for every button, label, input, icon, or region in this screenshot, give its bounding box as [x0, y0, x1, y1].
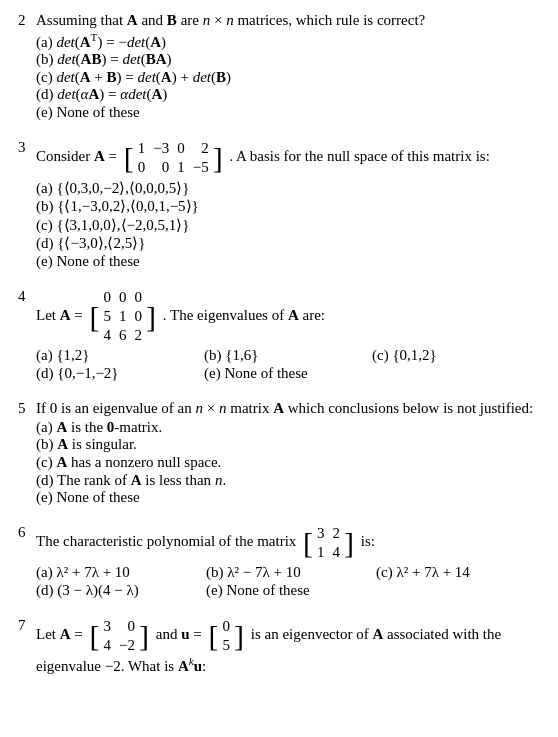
q4-opt-d: (d) {0,−1,−2}	[36, 365, 204, 382]
q5-statement: If 0 is an eigenvalue of an n × n matrix…	[36, 400, 540, 417]
q4-opt-b: (b) {1,6}	[204, 347, 372, 364]
bracket-right: ]	[344, 528, 354, 558]
q6-opt-c: (c) λ² + 7λ + 14	[376, 564, 540, 581]
q2-num: 2	[18, 12, 36, 29]
bracket-left: [	[124, 143, 134, 173]
q3-option-row1: (a) {⟨0,3,0,−2⟩,⟨0,0,0,5⟩} (b) {⟨1,−3,0,…	[36, 179, 540, 215]
question-6: 6 The characteristic polynomial of the m…	[18, 524, 540, 599]
q4-option-row1: (a) {1,2} (b) {1,6} (c) {0,1,2}	[36, 347, 540, 364]
q2-statement: Assuming that A and B are n × n matrices…	[36, 12, 540, 29]
q5-num: 5	[18, 400, 36, 417]
q7-text: 7 Let A = [ 3 0 4 −2 ] and u = [ 0 5	[18, 617, 540, 675]
q4-option-row2: (d) {0,−1,−2} (e) None of these	[36, 365, 540, 382]
q5-opt-d: (d) The rank of A is less than n.	[36, 472, 540, 489]
q3-statement: Consider A = [ 1 −3 0 2 0 0 1 −5 ] . A b…	[36, 139, 540, 177]
q2-option-row2: (c) det(A + B) = det(A) + det(B) (d) det…	[36, 69, 540, 103]
question-2: 2 Assuming that A and B are n × n matric…	[18, 12, 540, 121]
question-3: 3 Consider A = [ 1 −3 0 2 0 0 1 −5 ] . A…	[18, 139, 540, 270]
bracket-left: [	[90, 621, 100, 651]
matrix-cells: 0 5	[219, 617, 235, 655]
q3-opt-e: (e) None of these	[36, 253, 540, 270]
bracket-right: ]	[213, 143, 223, 173]
q6-options: (a) λ² + 7λ + 10 (b) λ² − 7λ + 10 (c) λ²…	[36, 564, 540, 599]
matrix-cells: 3 2 1 4	[313, 524, 344, 562]
question-5: 5 If 0 is an eigenvalue of an n × n matr…	[18, 400, 540, 506]
q3-opt-a: (a) {⟨0,3,0,−2⟩,⟨0,0,0,5⟩}	[36, 179, 540, 197]
question-4: 4 Let A = [ 0 0 0 5 1 0 4 6 2 ] . The ei…	[18, 288, 540, 382]
q4-num: 4	[18, 288, 36, 345]
q5-option-row3: (d) The rank of A is less than n. (e) No…	[36, 472, 540, 506]
q5-option-row1: (a) A is the 0-matrix. (b) A is singular…	[36, 419, 540, 453]
q7-statement: Let A = [ 3 0 4 −2 ] and u = [ 0 5 ]	[36, 617, 540, 675]
q6-num: 6	[18, 524, 36, 562]
bracket-left: [	[303, 528, 313, 558]
q3-option-row3: (e) None of these	[36, 253, 540, 270]
q3-opt-b: (b) {⟨1,−3,0,2⟩,⟨0,0,1,−5⟩}	[36, 197, 540, 215]
q4-statement: Let A = [ 0 0 0 5 1 0 4 6 2 ] . The eige…	[36, 288, 540, 345]
q7-num: 7	[18, 617, 36, 675]
q6-option-row2: (d) (3 − λ)(4 − λ) (e) None of these	[36, 582, 540, 599]
matrix-cells: 3 0 4 −2	[100, 617, 139, 655]
q3-text: 3 Consider A = [ 1 −3 0 2 0 0 1 −5 ] . A…	[18, 139, 540, 177]
q5-option-row2: (c) A has a nonzero null space.	[36, 454, 540, 471]
q5-opt-e: (e) None of these	[36, 489, 540, 506]
q3-options: (a) {⟨0,3,0,−2⟩,⟨0,0,0,5⟩} (b) {⟨1,−3,0,…	[36, 179, 540, 270]
q2-option-row3: (e) None of these	[36, 104, 540, 121]
bracket-right: ]	[146, 302, 156, 332]
q6-opt-a: (a) λ² + 7λ + 10	[36, 564, 206, 581]
q6-opt-d: (d) (3 − λ)(4 − λ)	[36, 582, 206, 599]
q3-opt-c: (c) {⟨3,1,0,0⟩,⟨−2,0,5,1⟩}	[36, 216, 540, 234]
q4-options: (a) {1,2} (b) {1,6} (c) {0,1,2} (d) {0,−…	[36, 347, 540, 382]
q4-opt-e: (e) None of these	[204, 365, 372, 382]
q7-matrix-a: [ 3 0 4 −2 ]	[90, 617, 149, 655]
q2-opt-b: (b) det(AB) = det(BA)	[36, 51, 540, 68]
q2-option-row1: (a) det(AT) = −det(A) (b) det(AB) = det(…	[36, 31, 540, 68]
q5-opt-c: (c) A has a nonzero null space.	[36, 454, 540, 471]
bracket-left: [	[209, 621, 219, 651]
q6-opt-b: (b) λ² − 7λ + 10	[206, 564, 376, 581]
matrix-cells: 1 −3 0 2 0 0 1 −5	[134, 139, 213, 177]
q4-matrix: [ 0 0 0 5 1 0 4 6 2 ]	[90, 288, 157, 345]
bracket-left: [	[90, 302, 100, 332]
q4-opt-c: (c) {0,1,2}	[372, 347, 540, 364]
q6-opt-e: (e) None of these	[206, 582, 376, 599]
q6-text: 6 The characteristic polynomial of the m…	[18, 524, 540, 562]
matrix-cells: 0 0 0 5 1 0 4 6 2	[100, 288, 147, 345]
q2-opt-a: (a) det(AT) = −det(A)	[36, 31, 540, 51]
q6-statement: The characteristic polynomial of the mat…	[36, 524, 540, 562]
q3-matrix: [ 1 −3 0 2 0 0 1 −5 ]	[124, 139, 223, 177]
q3-num: 3	[18, 139, 36, 177]
q2-options: (a) det(AT) = −det(A) (b) det(AB) = det(…	[36, 31, 540, 121]
q5-opt-b: (b) A is singular.	[36, 436, 540, 453]
bracket-right: ]	[139, 621, 149, 651]
q5-opt-a: (a) A is the 0-matrix.	[36, 419, 540, 436]
q7-matrix-u: [ 0 5 ]	[209, 617, 245, 655]
q5-options: (a) A is the 0-matrix. (b) A is singular…	[36, 419, 540, 506]
q2-text: 2 Assuming that A and B are n × n matric…	[18, 12, 540, 29]
q6-matrix: [ 3 2 1 4 ]	[303, 524, 354, 562]
q2-opt-e: (e) None of these	[36, 104, 540, 121]
q6-option-row1: (a) λ² + 7λ + 10 (b) λ² − 7λ + 10 (c) λ²…	[36, 564, 540, 581]
question-7: 7 Let A = [ 3 0 4 −2 ] and u = [ 0 5	[18, 617, 540, 675]
bracket-right: ]	[234, 621, 244, 651]
q3-option-row2: (c) {⟨3,1,0,0⟩,⟨−2,0,5,1⟩} (d) {⟨−3,0⟩,⟨…	[36, 216, 540, 252]
q4-opt-a: (a) {1,2}	[36, 347, 204, 364]
q2-opt-d: (d) det(αA) = αdet(A)	[36, 86, 540, 103]
q5-text: 5 If 0 is an eigenvalue of an n × n matr…	[18, 400, 540, 417]
q2-opt-c: (c) det(A + B) = det(A) + det(B)	[36, 69, 540, 86]
q4-text: 4 Let A = [ 0 0 0 5 1 0 4 6 2 ] . The ei…	[18, 288, 540, 345]
q3-opt-d: (d) {⟨−3,0⟩,⟨2,5⟩}	[36, 234, 540, 252]
